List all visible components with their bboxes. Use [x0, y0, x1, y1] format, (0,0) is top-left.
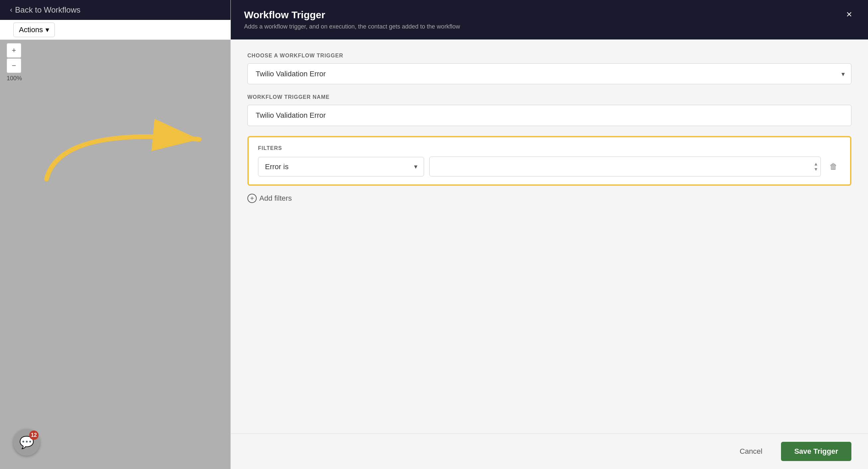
panel-title: Workflow Trigger [244, 9, 843, 21]
plus-circle-icon: + [247, 194, 257, 203]
stepper-down-icon[interactable]: ▼ [813, 167, 818, 171]
actions-label: Actions [19, 26, 43, 34]
trigger-select-wrapper: Twilio Validation Error ▾ [247, 63, 851, 84]
back-arrow-icon: ‹ [10, 6, 12, 14]
filters-row: Error is ▾ ▲ ▼ 🗑 [258, 157, 841, 176]
stepper-up-icon[interactable]: ▲ [813, 162, 818, 166]
panel-header-content: Workflow Trigger Adds a workflow trigger… [244, 9, 843, 30]
zoom-level-label: 100% [7, 75, 22, 82]
filters-section: FILTERS Error is ▾ ▲ ▼ 🗑 [247, 136, 851, 186]
panel-body: CHOOSE A WORKFLOW TRIGGER Twilio Validat… [231, 39, 868, 434]
chat-badge-count: 12 [29, 431, 38, 440]
dropdown-chevron-icon: ▾ [45, 26, 49, 34]
panel-header: Workflow Trigger Adds a workflow trigger… [231, 0, 868, 39]
back-to-workflows-link[interactable]: ‹ Back to Workflows [10, 5, 80, 14]
filter-value-wrapper: ▲ ▼ [429, 157, 821, 176]
zoom-out-button[interactable]: − [7, 58, 21, 73]
actions-dropdown[interactable]: Actions ▾ [13, 23, 55, 37]
canvas-controls: + − 100% [7, 43, 22, 82]
trigger-name-label: WORKFLOW TRIGGER NAME [247, 94, 851, 100]
choose-trigger-label: CHOOSE A WORKFLOW TRIGGER [247, 53, 851, 59]
panel-subtitle: Adds a workflow trigger, and on executio… [244, 23, 843, 30]
stepper-arrows: ▲ ▼ [813, 162, 818, 171]
delete-filter-button[interactable]: 🗑 [826, 159, 841, 174]
trigger-name-input[interactable] [247, 105, 851, 126]
cancel-button[interactable]: Cancel [727, 442, 774, 461]
save-trigger-button[interactable]: Save Trigger [781, 442, 851, 461]
close-panel-button[interactable]: × [843, 9, 855, 19]
add-filters-link[interactable]: + Add filters [247, 194, 851, 203]
filter-select-wrapper: Error is ▾ [258, 157, 424, 176]
filter-value-input[interactable] [429, 157, 821, 176]
side-panel: Workflow Trigger Adds a workflow trigger… [230, 0, 868, 469]
zoom-in-button[interactable]: + [7, 43, 21, 58]
back-link-label: Back to Workflows [15, 5, 80, 14]
canvas-area [0, 40, 232, 469]
filters-label: FILTERS [258, 145, 841, 151]
trigger-select[interactable]: Twilio Validation Error [247, 63, 851, 84]
chat-badge[interactable]: 💬 12 [13, 429, 40, 456]
filter-type-select[interactable]: Error is [258, 157, 424, 176]
add-filters-label: Add filters [259, 194, 292, 203]
panel-footer: Cancel Save Trigger [231, 434, 868, 469]
